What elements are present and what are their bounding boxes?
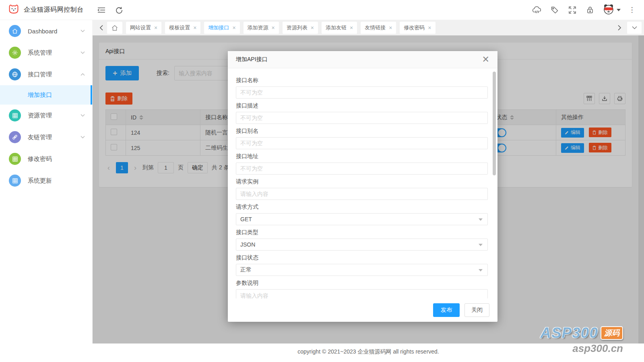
tabs-scroll-left-icon[interactable] xyxy=(95,20,107,35)
link-icon xyxy=(9,131,21,143)
tab-添加资源[interactable]: 添加资源 × xyxy=(244,22,279,34)
grid-icon xyxy=(9,153,21,165)
chevron-down-icon xyxy=(80,114,85,117)
field-input-接口别名[interactable] xyxy=(236,137,488,149)
fullscreen-icon[interactable] xyxy=(564,0,581,20)
sidebar-item-资源管理[interactable]: 资源管理 xyxy=(0,105,92,126)
sidebar: Dashboard 系统管理 接口管理 增加接口 资源管理 友链管理 修改密码 … xyxy=(0,20,93,343)
content-area: Api接口 添加 搜索: 删除 xyxy=(93,35,644,343)
publish-button[interactable]: 发布 xyxy=(433,303,460,317)
watermark-domain: asp300.cn xyxy=(540,342,623,355)
modal-close-icon[interactable]: ✕ xyxy=(482,55,489,64)
app-title: 企业猫源码网控制台 xyxy=(24,6,84,14)
tab-home[interactable] xyxy=(107,22,122,34)
grid-icon xyxy=(9,175,21,187)
watermark-brand: ASP300 xyxy=(540,325,598,341)
close-icon[interactable]: × xyxy=(350,25,353,31)
field-label: 接口描述 xyxy=(236,102,489,109)
tab-修改密码[interactable]: 修改密码 × xyxy=(400,22,435,34)
field-select-接口类型[interactable]: JSON xyxy=(236,239,488,251)
collapse-menu-icon[interactable] xyxy=(93,0,110,20)
header-actions: ⋮ xyxy=(528,0,644,20)
brand: 企业猫源码网控制台 xyxy=(0,3,93,17)
modal-title: 增加API接口 xyxy=(236,56,268,63)
field-input-接口描述[interactable] xyxy=(236,112,488,124)
close-icon[interactable]: × xyxy=(272,25,275,31)
field-label: 接口别名 xyxy=(236,128,489,135)
avatar xyxy=(603,4,614,16)
field-label: 请求方式 xyxy=(236,204,489,211)
close-icon[interactable]: × xyxy=(428,25,431,31)
tag-icon[interactable] xyxy=(546,0,564,20)
tab-资源列表[interactable]: 资源列表 × xyxy=(283,22,318,34)
top-header: 企业猫源码网控制台 xyxy=(0,0,644,20)
chevron-up-icon xyxy=(80,73,85,76)
field-label: 请求实例 xyxy=(236,178,489,185)
field-input-接口地址[interactable] xyxy=(236,162,488,175)
field-label: 接口地址 xyxy=(236,153,489,160)
tab-添加友链[interactable]: 添加友链 × xyxy=(322,22,357,34)
home-icon xyxy=(9,25,21,37)
tab-bar: 网站设置 × 模板设置 × 增加接口 × 添加资源 × 资源列表 × 添加友链 … xyxy=(93,20,644,35)
user-menu[interactable] xyxy=(599,4,625,16)
field-label: 接口类型 xyxy=(236,229,489,236)
sidebar-item-系统更新[interactable]: 系统更新 xyxy=(0,170,92,191)
close-icon[interactable]: × xyxy=(311,25,314,31)
modal-add-api: 增加API接口 ✕ 接口名称接口描述接口别名接口地址请求实例请求方式GET接口类… xyxy=(228,51,497,322)
sidebar-subitem-增加接口[interactable]: 增加接口 xyxy=(0,85,92,105)
field-textarea-参数说明[interactable] xyxy=(236,289,488,298)
tabs-scroll-right-icon[interactable] xyxy=(613,20,625,35)
field-input-接口名称[interactable] xyxy=(236,86,488,99)
sidebar-item-系统管理[interactable]: 系统管理 xyxy=(0,42,92,64)
field-select-接口状态[interactable]: 正常 xyxy=(236,264,488,276)
gear-icon xyxy=(9,47,21,59)
cat-logo-icon xyxy=(7,3,20,17)
tabs-strip: 网站设置 × 模板设置 × 增加接口 × 添加资源 × 资源列表 × 添加友链 … xyxy=(126,22,613,34)
sidebar-item-友链管理[interactable]: 友链管理 xyxy=(0,126,92,148)
lock-icon[interactable] xyxy=(581,0,599,20)
field-label: 接口名称 xyxy=(236,77,489,84)
close-icon[interactable]: × xyxy=(389,25,392,31)
close-icon[interactable]: × xyxy=(154,25,157,31)
close-icon[interactable]: × xyxy=(232,25,235,31)
tabs-dropdown-icon[interactable] xyxy=(627,22,642,34)
chevron-down-icon xyxy=(80,30,85,33)
field-input-请求实例[interactable] xyxy=(236,188,488,200)
tab-网站设置[interactable]: 网站设置 × xyxy=(126,22,161,34)
modal-body: 接口名称接口描述接口别名接口地址请求实例请求方式GET接口类型JSON接口状态正… xyxy=(228,68,497,298)
watermark: ASP300 源码 asp300.cn xyxy=(540,325,623,355)
refresh-icon[interactable] xyxy=(110,0,128,20)
watermark-badge: 源码 xyxy=(601,326,623,340)
modal-scrollbar-thumb[interactable] xyxy=(493,72,496,175)
field-label: 接口状态 xyxy=(236,254,489,261)
caret-down-icon xyxy=(617,9,621,11)
sidebar-item-dashboard[interactable]: Dashboard xyxy=(0,20,92,42)
tab-友情链接[interactable]: 友情链接 × xyxy=(361,22,396,34)
field-select-请求方式[interactable]: GET xyxy=(236,213,488,225)
chevron-down-icon xyxy=(80,51,85,54)
grid-icon xyxy=(9,109,21,121)
field-label: 参数说明 xyxy=(236,280,489,287)
modal-close-button[interactable]: 关闭 xyxy=(464,303,489,317)
kebab-menu-icon[interactable]: ⋮ xyxy=(625,6,639,14)
tab-增加接口[interactable]: 增加接口 × xyxy=(204,22,239,34)
cloud-code-icon[interactable] xyxy=(528,0,546,20)
tab-模板设置[interactable]: 模板设置 × xyxy=(165,22,200,34)
globe-icon xyxy=(9,68,21,80)
sidebar-item-接口管理[interactable]: 接口管理 xyxy=(0,64,92,85)
sidebar-item-修改密码[interactable]: 修改密码 xyxy=(0,148,92,170)
close-icon[interactable]: × xyxy=(193,25,196,31)
chevron-down-icon xyxy=(80,136,85,139)
